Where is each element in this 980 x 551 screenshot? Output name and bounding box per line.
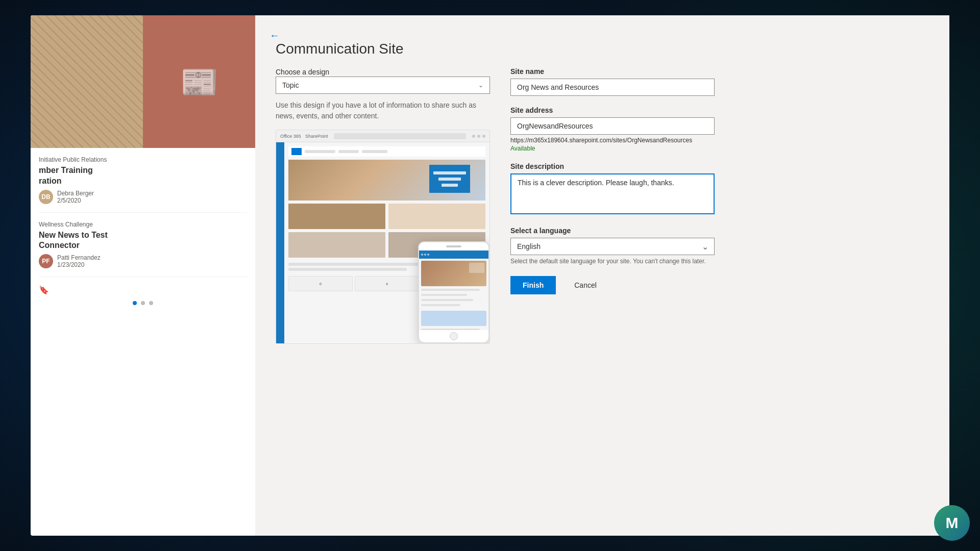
news-date-2: 1/23/2020 <box>57 261 101 268</box>
site-name-input[interactable] <box>510 79 715 96</box>
phone-line-2 <box>421 294 467 296</box>
mockup-grid-item-3 <box>288 232 385 258</box>
news-meta-2: PF Patti Fernandez 1/23/2020 <box>39 254 247 268</box>
phone-img <box>421 261 486 286</box>
phone-screen <box>419 251 488 330</box>
language-hint: Select the default site language for you… <box>510 257 715 266</box>
mockup-hero-line-1 <box>433 171 466 174</box>
mockup-nav-line-2 <box>338 150 359 153</box>
avatar-2: PF <box>39 254 53 268</box>
preview-mockup: Office 365 SharePoint <box>276 130 490 344</box>
language-select[interactable]: English <box>510 238 715 255</box>
phone-nav-dot-3 <box>427 254 429 256</box>
phone-content <box>419 259 488 330</box>
left-panel: 📰 Initiative Public Relations mber Train… <box>31 15 255 536</box>
site-address-label: Site address <box>510 106 715 114</box>
site-address-input[interactable] <box>510 117 715 135</box>
mockup-nav-line-3 <box>362 150 387 153</box>
phone-home-button <box>450 332 458 340</box>
dots-indicator <box>39 295 247 311</box>
muuri-letter: M <box>946 514 959 532</box>
phone-mockup <box>418 241 489 343</box>
news-title-1: mber Trainingration <box>39 165 247 187</box>
news-category-2: Wellness Challenge <box>39 221 247 228</box>
phone-line-4 <box>421 304 460 306</box>
news-author-2: Patti Fernandez <box>57 254 101 261</box>
phone-img-bg <box>421 261 486 286</box>
site-description-label: Site description <box>510 162 715 170</box>
phone-line-1 <box>421 289 480 291</box>
news-category-1: Initiative Public Relations <box>39 156 247 163</box>
language-field: Select a language English Select the def… <box>510 227 715 266</box>
site-url-status: Available <box>510 145 715 152</box>
language-label: Select a language <box>510 227 715 235</box>
news-meta-1: DB Debra Berger 2/5/2020 <box>39 190 247 204</box>
news-item-2: Wellness Challenge New News to TestConne… <box>39 221 247 278</box>
avatar-1: DB <box>39 190 53 204</box>
news-date-1: 2/5/2020 <box>57 197 94 204</box>
news-card-icon: 📰 <box>180 64 218 100</box>
language-select-wrapper: English <box>510 238 715 255</box>
mockup-cal-item-2: 4 <box>355 276 419 291</box>
dot-2 <box>141 301 145 305</box>
site-address-field: Site address https://m365x189604.sharepo… <box>510 106 715 152</box>
mockup-hero-line-3 <box>442 184 458 187</box>
mockup-hero-overlay <box>429 165 470 193</box>
finish-button[interactable]: Finish <box>510 276 556 294</box>
design-value: Topic <box>282 81 299 89</box>
site-name-field: Site name <box>510 67 715 96</box>
site-url-text: https://m365x189604.sharepoint.com/sites… <box>510 137 715 144</box>
mockup-header <box>288 146 485 157</box>
mockup-cal-item-1: 6 <box>288 276 353 291</box>
site-description-textarea[interactable]: This is a clever description. Please lau… <box>510 173 715 214</box>
browser-dot-2 <box>477 135 480 138</box>
chevron-down-icon: ⌄ <box>478 82 483 89</box>
news-author-1: Debra Berger <box>57 190 94 197</box>
dot-3 <box>149 301 153 305</box>
button-row: Finish Cancel <box>510 276 715 294</box>
news-title-2: New News to TestConnector <box>39 230 247 252</box>
mockup-sidebar <box>276 142 284 343</box>
browser-bar: Office 365 SharePoint <box>276 130 489 142</box>
mockup-hero <box>288 160 485 201</box>
cancel-button[interactable]: Cancel <box>562 276 609 294</box>
phone-img-overlay <box>469 263 484 273</box>
mockup-nav-line-1 <box>305 150 335 153</box>
news-item-1: Initiative Public Relations mber Trainin… <box>39 156 247 213</box>
mockup-grid-item-1 <box>288 204 385 229</box>
main-container: 📰 Initiative Public Relations mber Train… <box>31 15 949 536</box>
mockup-text-line-2 <box>288 268 407 271</box>
phone-nav <box>419 251 488 259</box>
phone-nav-dot-2 <box>424 254 426 256</box>
browser-sp-label: SharePoint <box>305 134 328 139</box>
dialog-panel: ← Communication Site Choose a design Top… <box>255 15 949 536</box>
news-card-2: 📰 <box>143 15 255 148</box>
phone-line-5 <box>421 329 480 330</box>
dialog-content: Choose a design Topic ⌄ Use this design … <box>276 67 929 520</box>
site-description-field: Site description This is a clever descri… <box>510 162 715 216</box>
browser-app-label: Office 365 <box>280 134 301 139</box>
browser-dot-3 <box>482 135 485 138</box>
phone-img-2 <box>421 311 486 326</box>
right-section: Site name Site address https://m365x1896… <box>510 67 715 520</box>
news-card-1 <box>31 15 143 148</box>
mockup-grid-item-2 <box>388 204 485 229</box>
bookmark-icon: 🔖 <box>39 285 247 295</box>
mockup-hero-line-2 <box>438 178 461 181</box>
choose-design-label: Choose a design <box>276 68 329 76</box>
design-dropdown[interactable]: Topic ⌄ <box>276 77 490 94</box>
browser-dot-1 <box>472 135 475 138</box>
mockup-logo <box>291 148 302 155</box>
site-name-label: Site name <box>510 67 715 76</box>
dialog-title: Communication Site <box>276 41 929 57</box>
news-cards-top: 📰 <box>31 15 255 148</box>
browser-address <box>334 133 466 139</box>
left-section: Choose a design Topic ⌄ Use this design … <box>276 67 490 520</box>
dot-1 <box>133 301 137 305</box>
phone-speaker <box>446 245 461 247</box>
muuri-logo: M <box>934 505 970 541</box>
left-panel-content: Initiative Public Relations mber Trainin… <box>31 148 255 319</box>
phone-line-3 <box>421 299 473 301</box>
back-button[interactable]: ← <box>265 26 284 45</box>
phone-nav-dot-1 <box>421 254 423 256</box>
